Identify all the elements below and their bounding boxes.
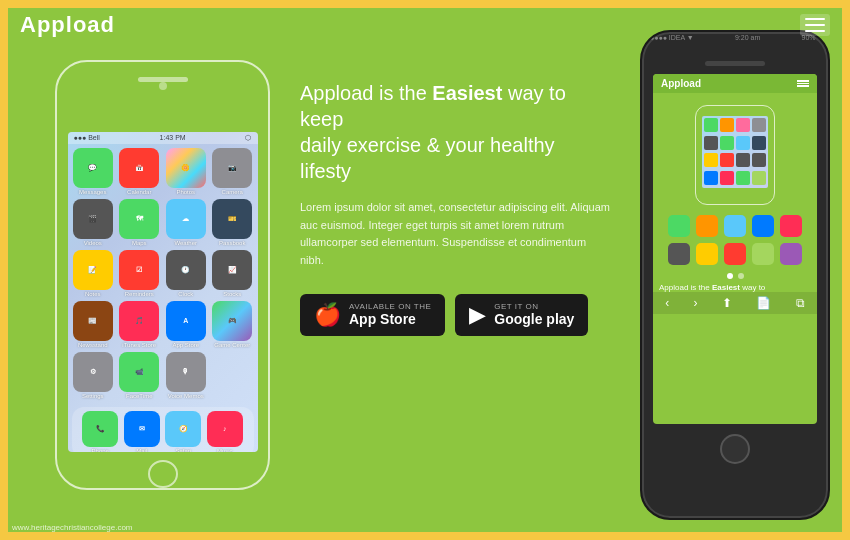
inner-app-6 — [720, 136, 734, 150]
phone-speaker — [138, 77, 188, 82]
app-photos-icon: 🌼 — [166, 148, 206, 188]
app-maps-icon: 🗺 — [119, 199, 159, 239]
phone-right-bottom-text: Appload is the Easiest way to — [653, 283, 817, 292]
dock-phone: 📞 Phone — [82, 411, 118, 452]
menu-button[interactable] — [800, 14, 830, 36]
app-passbook-icon: 🎫 — [212, 199, 252, 239]
inner-app-13 — [704, 171, 718, 185]
carousel-dots — [653, 273, 817, 279]
phone-camera-icon — [159, 82, 167, 90]
app-store-label-main: App Store — [349, 311, 431, 328]
headline-text1: Appload is the — [300, 82, 432, 104]
app-newsstand-icon: 📰 — [73, 301, 113, 341]
inner-app-5 — [704, 136, 718, 150]
menu-line-2 — [805, 24, 825, 26]
description: Lorem ipsum dolor sit amet, consectetur … — [300, 199, 610, 269]
app-camera-icon: 📷 — [212, 148, 252, 188]
app-empty-icon — [212, 352, 252, 392]
phone-left-outline: ●●● Bell 1:43 PM ⬡ 💬 Messages 📅 Calendar… — [55, 60, 270, 490]
app-cell: 🎫 Passbook — [211, 199, 254, 246]
app-cell: 🎬 Videos — [72, 199, 115, 246]
phone-right-home-button — [720, 434, 750, 464]
dot-2 — [738, 273, 744, 279]
inner-app-10 — [720, 153, 734, 167]
nav-share: ⬆ — [722, 296, 732, 310]
app-itunes-icon: 🎵 — [119, 301, 159, 341]
inner-app-16 — [752, 171, 766, 185]
app-cell: 🕐 Clock — [165, 250, 208, 297]
logo: Appload — [20, 12, 115, 38]
app-gamecenter-icon: 🎮 — [212, 301, 252, 341]
inner-app-12 — [752, 153, 766, 167]
app-cell: ☑ Reminders — [118, 250, 161, 297]
nav-tabs: ⧉ — [796, 296, 805, 310]
app-clock-icon: 🕐 — [166, 250, 206, 290]
inner-app-9 — [704, 153, 718, 167]
app-mail-icon: ✉ — [124, 411, 160, 447]
inner-app-14 — [720, 171, 734, 185]
app-cell: ☁ Weather — [165, 199, 208, 246]
dock-safari: 🧭 Safari — [165, 411, 201, 452]
inner-app-15 — [736, 171, 750, 185]
google-play-label-main: Google play — [494, 311, 574, 328]
app-cell: 🗺 Maps — [118, 199, 161, 246]
menu-line-1 — [805, 18, 825, 20]
nav-forward: › — [694, 296, 698, 310]
status-bar: ●●● Bell 1:43 PM ⬡ — [68, 132, 258, 144]
phone-right-logo: Appload — [661, 78, 701, 89]
google-play-button[interactable]: ▶ GET IT ON Google play — [455, 294, 588, 336]
apple-icon: 🍎 — [314, 304, 341, 326]
app-cell: 🎵 iTunes Store — [118, 301, 161, 348]
inner-app-1 — [704, 118, 718, 132]
menu-line-3 — [805, 30, 825, 32]
app-cell: A App Store — [165, 301, 208, 348]
app-phone-icon: 📞 — [82, 411, 118, 447]
phone-right-app-row2 — [653, 243, 817, 269]
app-settings-icon: ⚙ — [73, 352, 113, 392]
headline-line2: daily exercise & your healthy lifesty — [300, 134, 555, 182]
right-app-10 — [780, 243, 802, 265]
inner-phone-screen — [702, 116, 768, 188]
inner-app-11 — [736, 153, 750, 167]
app-reminders-icon: ☑ — [119, 250, 159, 290]
phone-right-app-row — [653, 209, 817, 243]
inner-app-8 — [752, 136, 766, 150]
app-store-button[interactable]: 🍎 Available ON the App Store — [300, 294, 445, 336]
right-app-9 — [752, 243, 774, 265]
app-cell: ⚙ Settings — [72, 352, 115, 399]
main-content: Appload is the Easiest way to keep daily… — [300, 80, 610, 336]
inner-app-7 — [736, 136, 750, 150]
phone-right-header: Appload — [653, 74, 817, 93]
app-calendar-icon: 📅 — [119, 148, 159, 188]
app-cell: 🎙 Voice Memos — [165, 352, 208, 399]
dock-music: ♪ Music — [207, 411, 243, 452]
phone-right-speaker — [705, 61, 765, 66]
phone-right-screen: Appload — [653, 74, 817, 424]
inner-phone-outline — [695, 105, 775, 205]
app-cell: 📰 Newsstand — [72, 301, 115, 348]
right-app-8 — [724, 243, 746, 265]
right-app-4 — [752, 215, 774, 237]
app-cell: 📝 Notes — [72, 250, 115, 297]
app-messages-icon: 💬 — [73, 148, 113, 188]
app-cell: 📷 Camera — [211, 148, 254, 195]
right-app-2 — [696, 215, 718, 237]
headline-bold: Easiest — [432, 82, 502, 104]
phone-left: ●●● Bell 1:43 PM ⬡ 💬 Messages 📅 Calendar… — [55, 60, 270, 490]
store-buttons: 🍎 Available ON the App Store ▶ GET IT ON… — [300, 294, 610, 336]
app-store-label-top: Available ON the — [349, 302, 431, 311]
google-play-text: GET IT ON Google play — [494, 302, 574, 328]
app-grid: 💬 Messages 📅 Calendar 🌼 Photos 📷 Camera — [68, 144, 258, 403]
phone-right-menu-icon — [797, 80, 809, 87]
phone-right: ●●●● IDEA ▼ 9:20 am 90% ▪ Appload — [640, 30, 830, 520]
app-cell: 📈 Stocks — [211, 250, 254, 297]
phone-right-nav-bar: ‹ › ⬆ 📄 ⧉ — [653, 292, 817, 314]
google-play-label-top: GET IT ON — [494, 302, 574, 311]
inner-app-3 — [736, 118, 750, 132]
nav-back: ‹ — [665, 296, 669, 310]
inner-phone-container — [653, 101, 817, 209]
app-notes-icon: 📝 — [73, 250, 113, 290]
dock-mail: ✉ Mail — [124, 411, 160, 452]
right-app-5 — [780, 215, 802, 237]
app-stocks-icon: 📈 — [212, 250, 252, 290]
